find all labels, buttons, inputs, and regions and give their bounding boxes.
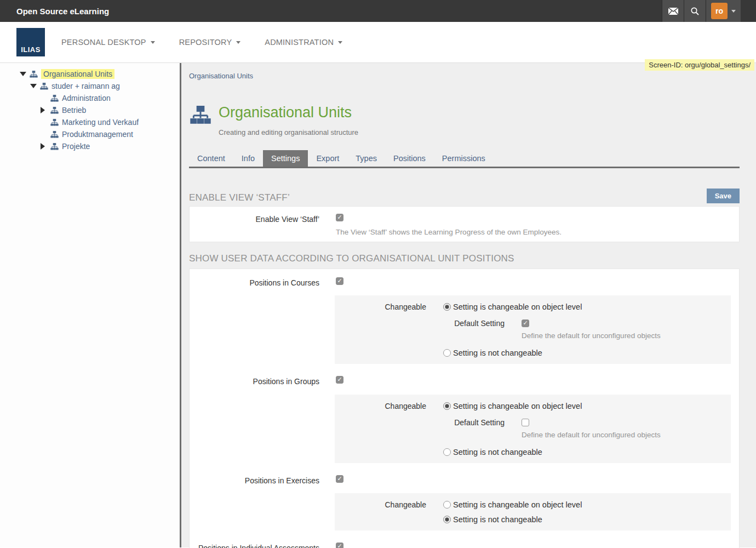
main-header: ILIAS PERSONAL DESKTOP REPOSITORY ADMINI…: [0, 22, 756, 63]
tab-types[interactable]: Types: [347, 150, 385, 167]
positions-panel: Positions in Courses Changeable Setting …: [189, 269, 740, 548]
page-title: Organisational Units: [219, 105, 352, 121]
tree-item-administration[interactable]: Administration: [0, 92, 180, 104]
breadcrumb[interactable]: Organisational Units: [189, 72, 253, 80]
ilias-logo[interactable]: ILIAS: [16, 28, 45, 56]
radio-icon[interactable]: [443, 501, 451, 509]
radio-option-changeable[interactable]: Setting is changeable on object level: [443, 302, 582, 311]
orgunit-icon: [189, 106, 212, 124]
tree-item-label[interactable]: Marketing und Verkauf: [62, 118, 139, 127]
radio-label: Setting is not changeable: [453, 515, 542, 524]
field-label: Positions in Groups: [190, 376, 319, 387]
changeable-label: Changeable: [335, 302, 426, 311]
tab-permissions[interactable]: Permissions: [434, 150, 494, 167]
radio-label: Setting is not changeable: [453, 349, 542, 357]
collapse-arrow-icon[interactable]: [30, 84, 38, 88]
enable-view-staff-checkbox[interactable]: [336, 214, 343, 221]
default-setting-label: Default Setting: [335, 319, 505, 328]
user-menu-button[interactable]: ro: [706, 0, 741, 22]
tab-info[interactable]: Info: [233, 150, 263, 167]
topbar-actions: ro: [662, 0, 741, 22]
radio-icon[interactable]: [443, 516, 451, 523]
tab-export[interactable]: Export: [308, 150, 347, 167]
nav-repository-label: REPOSITORY: [179, 38, 232, 47]
expand-arrow-icon[interactable]: [41, 107, 48, 113]
radio-icon[interactable]: [443, 303, 451, 311]
default-setting-checkbox[interactable]: [522, 419, 529, 426]
tree-item-label[interactable]: Organisational Units: [41, 69, 114, 79]
groups-subpanel: Changeable Setting is changeable on obje…: [335, 395, 731, 463]
save-button[interactable]: Save: [707, 189, 740, 203]
positions-in-groups-checkbox[interactable]: [336, 376, 343, 384]
nav-administration-label: ADMINISTRATION: [265, 38, 334, 47]
orgunit-icon: [30, 71, 38, 78]
nav-personal-desktop[interactable]: PERSONAL DESKTOP: [61, 38, 155, 47]
nav-repository[interactable]: REPOSITORY: [179, 38, 241, 47]
positions-in-exercises-checkbox[interactable]: [336, 475, 343, 483]
page-subtitle: Creating and editing organisational stru…: [219, 128, 740, 136]
main-nav: PERSONAL DESKTOP REPOSITORY ADMINISTRATI…: [61, 38, 342, 47]
expand-arrow-icon[interactable]: [41, 143, 48, 150]
search-button[interactable]: [684, 0, 706, 22]
section-enable-staff-header: ENABLE VIEW ‘STAFF’ Save: [189, 189, 740, 203]
tree-item-label[interactable]: Projekte: [62, 142, 90, 151]
field-label: Positions in Courses: [190, 277, 319, 288]
nav-administration[interactable]: ADMINISTRATION: [265, 38, 342, 47]
tree-item-label[interactable]: Betrieb: [62, 106, 86, 115]
tree-sidebar: Organisational Units studer + raimann ag…: [0, 63, 180, 547]
position-block-individual-assessments: Positions in Individual Assessments Chan…: [190, 543, 739, 548]
default-setting-checkbox[interactable]: [522, 319, 529, 327]
radio-option-not-changeable[interactable]: Setting is not changeable: [443, 515, 542, 524]
exercises-subpanel: Changeable Setting is changeable on obje…: [335, 493, 731, 530]
radio-option-changeable[interactable]: Setting is changeable on object level: [443, 402, 582, 410]
position-block-groups: Positions in Groups Changeable Setting i…: [190, 376, 739, 463]
orgunit-icon: [50, 119, 59, 126]
radio-icon[interactable]: [443, 349, 451, 357]
mail-button[interactable]: [662, 0, 684, 22]
tab-positions[interactable]: Positions: [385, 150, 434, 167]
radio-option-not-changeable[interactable]: Setting is not changeable: [443, 448, 542, 456]
positions-in-individual-assessments-checkbox[interactable]: [336, 543, 343, 548]
tree-item-label[interactable]: Produktmanagement: [62, 130, 133, 139]
section-positions-header: SHOW USER DATA ACCORDING TO ORGANISATION…: [189, 253, 740, 264]
tree-item-marketing-und-verkauf[interactable]: Marketing und Verkauf: [0, 116, 180, 128]
position-block-exercises: Positions in Exercises Changeable Settin…: [190, 475, 739, 530]
collapse-arrow-icon[interactable]: [20, 72, 27, 76]
tree-item-organisational-units[interactable]: Organisational Units: [0, 68, 180, 80]
search-icon: [690, 7, 700, 16]
tab-settings[interactable]: Settings: [263, 150, 308, 167]
default-setting-label: Default Setting: [335, 418, 505, 427]
enable-staff-panel: Enable View ‘Staff’ The View ‘Staff’ sho…: [189, 206, 740, 242]
tree-item-betrieb[interactable]: Betrieb: [0, 104, 180, 116]
radio-icon[interactable]: [443, 448, 451, 456]
tree-item-label[interactable]: Administration: [62, 94, 111, 102]
radio-label: Setting is changeable on object level: [453, 302, 582, 311]
radio-option-changeable[interactable]: Setting is changeable on object level: [443, 500, 582, 509]
avatar[interactable]: ro: [711, 3, 728, 19]
orgunit-icon: [50, 131, 59, 138]
orgunit-icon: [50, 143, 59, 150]
tree-item-projekte[interactable]: Projekte: [0, 140, 180, 152]
screen-id-badge: Screen-ID: orgu/global_settings/: [645, 59, 754, 71]
top-bar: Open Source eLearning ro: [0, 0, 756, 22]
orgunit-icon: [50, 95, 59, 102]
section-title: ENABLE VIEW ‘STAFF’: [189, 192, 290, 203]
content-area: Organisational Units Organisational Unit…: [181, 63, 756, 547]
mail-icon: [668, 8, 678, 15]
radio-option-not-changeable[interactable]: Setting is not changeable: [443, 349, 542, 357]
radio-icon[interactable]: [443, 402, 451, 410]
positions-in-courses-checkbox[interactable]: [336, 277, 343, 285]
chevron-down-icon: [731, 10, 736, 13]
page-title-block: Organisational Units: [189, 105, 740, 124]
field-label: Enable View ‘Staff’: [190, 214, 319, 236]
tab-content[interactable]: Content: [189, 150, 233, 167]
app-title: Open Source eLearning: [16, 7, 109, 16]
radio-label: Setting is changeable on object level: [453, 500, 582, 509]
tree-item-produktmanagement[interactable]: Produktmanagement: [0, 128, 180, 140]
tree-item-label[interactable]: studer + raimann ag: [51, 82, 120, 90]
tab-bar: Content Info Settings Export Types Posit…: [189, 150, 740, 168]
tree-item-studer-raimann-ag[interactable]: studer + raimann ag: [0, 80, 180, 92]
orgunit-icon: [40, 83, 48, 90]
orgunit-icon: [50, 107, 59, 114]
courses-subpanel: Changeable Setting is changeable on obje…: [335, 295, 731, 364]
